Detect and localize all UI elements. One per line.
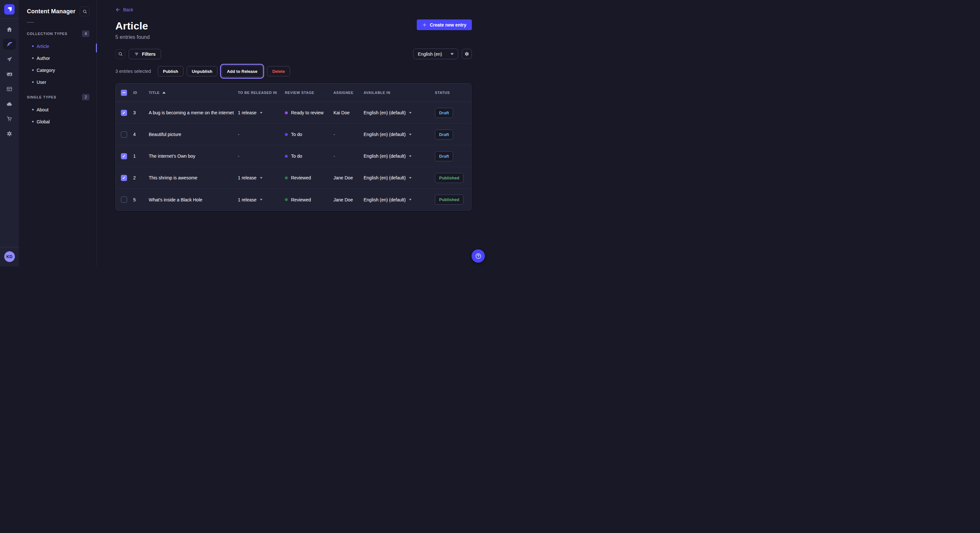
delete-button[interactable]: Delete: [267, 66, 290, 76]
home-icon[interactable]: [3, 24, 16, 35]
row-checkbox[interactable]: [121, 153, 127, 159]
back-link[interactable]: Back: [115, 7, 133, 12]
select-all-checkbox[interactable]: [121, 90, 127, 96]
plus-icon: [422, 23, 427, 27]
status-badge: Draft: [435, 108, 453, 118]
question-mark-icon: [475, 252, 482, 260]
row-id: 3: [133, 110, 149, 115]
section-count-badge: 2: [82, 94, 89, 100]
paper-plane-icon[interactable]: [3, 54, 16, 65]
row-title: Beautiful picture: [149, 132, 238, 137]
row-checkbox[interactable]: [121, 132, 127, 138]
section-count-badge: 4: [82, 30, 89, 37]
chevron-down-icon: [409, 112, 412, 114]
locale-dropdown[interactable]: English (en) (default): [364, 175, 435, 180]
release-dropdown[interactable]: 1 release: [238, 175, 285, 180]
chevron-down-icon: [409, 134, 412, 135]
row-title: The internet's Own boy: [149, 154, 238, 159]
media-library-icon[interactable]: [3, 69, 16, 79]
review-stage-cell: Ready to review: [285, 110, 334, 115]
column-header-status[interactable]: STATUS: [435, 90, 466, 95]
review-stage-cell: Reviewed: [285, 175, 334, 180]
sort-ascending-icon: [162, 92, 165, 94]
locale-dropdown[interactable]: English (en) (default): [364, 110, 435, 115]
table-row[interactable]: 3 A bug is becoming a meme on the intern…: [116, 102, 471, 124]
locale-dropdown[interactable]: English (en) (default): [364, 197, 435, 202]
subnav-panel: Content Manager COLLECTION TYPES 4 Artic…: [19, 0, 97, 266]
locale-dropdown[interactable]: English (en) (default): [364, 154, 435, 159]
column-header-available-in[interactable]: AVAILABLE IN: [364, 90, 435, 95]
collection-types-section: COLLECTION TYPES 4 Article Author Catego…: [19, 30, 97, 88]
help-button[interactable]: [471, 249, 485, 263]
cloud-icon[interactable]: [3, 98, 16, 109]
sidebar-item-user[interactable]: User: [19, 76, 97, 88]
shopping-cart-icon[interactable]: [3, 113, 16, 124]
status-badge: Draft: [435, 130, 453, 140]
review-stage-dot: [285, 198, 288, 201]
nav-rail: KD: [0, 0, 19, 266]
sidebar-item-global[interactable]: Global: [19, 116, 97, 128]
rail-footer: KD: [0, 247, 19, 266]
release-dropdown[interactable]: 1 release: [238, 197, 285, 202]
section-label: COLLECTION TYPES: [27, 32, 67, 36]
strapi-logo[interactable]: [0, 0, 19, 19]
chevron-down-icon: [409, 177, 412, 179]
settings-gear-icon[interactable]: [3, 128, 16, 139]
review-stage-cell: To do: [285, 132, 334, 137]
row-assignee: Jane Doe: [334, 197, 364, 202]
view-settings-button[interactable]: [462, 49, 472, 59]
row-id: 4: [133, 132, 149, 137]
row-id: 1: [133, 154, 149, 159]
column-header-assignee[interactable]: ASSIGNEE: [334, 90, 364, 95]
unpublish-button[interactable]: Unpublish: [187, 66, 218, 76]
status-badge: Published: [435, 195, 463, 205]
table-row[interactable]: 5 What's inside a Black Hole 1 release R…: [116, 189, 471, 211]
review-stage-dot: [285, 133, 288, 136]
create-new-entry-button[interactable]: Create new entry: [417, 19, 472, 30]
locale-select[interactable]: English (en): [413, 49, 458, 59]
status-badge: Published: [435, 173, 463, 183]
search-icon: [82, 9, 87, 14]
table-row[interactable]: 2 This shrimp is awesome 1 release Revie…: [116, 167, 471, 189]
row-id: 5: [133, 197, 149, 202]
review-stage-dot: [285, 111, 288, 114]
subnav-search-button[interactable]: [80, 6, 89, 16]
locale-dropdown[interactable]: English (en) (default): [364, 132, 435, 137]
entries-table: ID TITLE TO BE RELEASED IN REVIEW STAGE …: [115, 83, 471, 211]
add-to-release-button[interactable]: Add to Release: [222, 65, 262, 77]
row-checkbox[interactable]: [121, 197, 127, 203]
column-header-released-in[interactable]: TO BE RELEASED IN: [238, 90, 285, 95]
row-checkbox[interactable]: [121, 110, 127, 116]
sidebar-item-article[interactable]: Article: [19, 40, 97, 52]
chevron-down-icon: [409, 199, 412, 200]
gear-icon: [464, 51, 469, 57]
user-avatar[interactable]: KD: [4, 251, 15, 262]
row-assignee: -: [334, 132, 364, 137]
row-checkbox[interactable]: [121, 175, 127, 181]
divider: [27, 22, 34, 23]
entries-count: 5 entries found: [115, 34, 472, 40]
filters-button[interactable]: Filters: [129, 49, 161, 59]
bullet-icon: [32, 109, 34, 110]
sidebar-item-about[interactable]: About: [19, 104, 97, 116]
release-dropdown[interactable]: -: [238, 154, 285, 159]
chevron-down-icon: [409, 155, 412, 157]
release-dropdown[interactable]: 1 release: [238, 110, 285, 115]
table-row[interactable]: 1 The internet's Own boy - To do - Engli…: [116, 145, 471, 167]
status-badge: Draft: [435, 151, 453, 161]
sidebar-item-author[interactable]: Author: [19, 52, 97, 64]
search-button[interactable]: [115, 49, 125, 59]
layout-card-icon[interactable]: [3, 84, 16, 94]
publish-button[interactable]: Publish: [158, 66, 183, 76]
table-row[interactable]: 4 Beautiful picture - To do - English (e…: [116, 124, 471, 145]
release-dropdown[interactable]: -: [238, 132, 285, 137]
column-header-review-stage[interactable]: REVIEW STAGE: [285, 90, 334, 95]
column-header-title[interactable]: TITLE: [149, 90, 238, 95]
table-header-row: ID TITLE TO BE RELEASED IN REVIEW STAGE …: [116, 84, 471, 102]
bullet-icon: [32, 121, 34, 122]
column-header-id[interactable]: ID: [133, 90, 149, 95]
sidebar-item-category[interactable]: Category: [19, 64, 97, 76]
content-manager-feather-icon[interactable]: [3, 39, 16, 49]
rail-icon-list: [0, 19, 19, 247]
single-types-section: SINGLE TYPES 2 About Global: [19, 94, 97, 128]
